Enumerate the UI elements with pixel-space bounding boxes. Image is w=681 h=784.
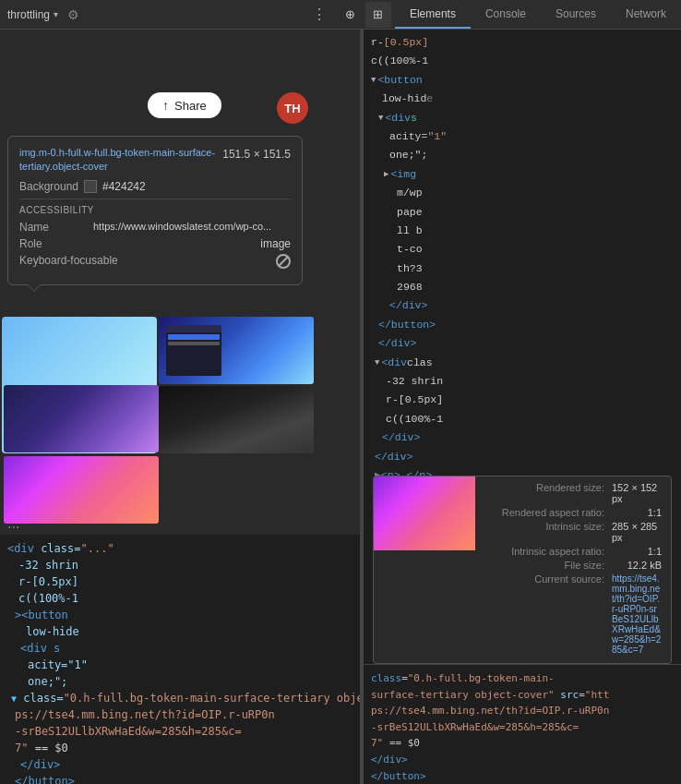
avatar: TH xyxy=(277,92,308,124)
thumbnail-group xyxy=(159,317,314,453)
thumbnails-area xyxy=(0,315,360,525)
expand-arrow-icon[interactable]: ▼ xyxy=(371,74,376,87)
tree-line: low-hide xyxy=(371,90,674,108)
tree-line: acity="1" xyxy=(371,127,674,146)
color-value: #424242 xyxy=(102,180,146,193)
tree-line: m/wp xyxy=(371,184,674,202)
dom-selected-line-4: 7" == $0 xyxy=(7,740,352,756)
styles-line: surface-tertiary object-cover" src="htt xyxy=(371,687,674,704)
image-info-body: Rendered size: 152 × 152 px Rendered asp… xyxy=(475,476,671,663)
tree-line: r-[0.5px] xyxy=(371,33,674,52)
accessibility-name-row: Name https://www.windowslatest.com/wp-co… xyxy=(19,221,291,234)
file-size-value: 12.2 kB xyxy=(627,560,662,571)
tree-line: 2968 xyxy=(371,278,674,296)
dom-line: acity="1" xyxy=(7,657,352,673)
settings-icon[interactable]: ⚙ xyxy=(67,7,79,22)
device-toggle-button[interactable]: ⊞ xyxy=(365,2,391,28)
devtools-tabs: Elements Console Sources Network xyxy=(395,0,681,29)
tree-line: </div> xyxy=(371,428,674,447)
dom-line: <div s xyxy=(7,640,352,657)
inspect-element-button[interactable]: ⊕ xyxy=(338,2,364,28)
expand-arrow-icon[interactable]: ▼ xyxy=(371,356,379,369)
image-info-tooltip: Rendered size: 152 × 152 px Rendered asp… xyxy=(373,476,672,664)
tree-line: th?3 xyxy=(371,259,674,278)
tree-line: ▼ <div s xyxy=(371,109,674,127)
throttling-label: throttling xyxy=(7,8,50,21)
more-options-button[interactable]: ⋮ xyxy=(305,6,334,23)
accessibility-keyboard-row: Keyboard-focusable xyxy=(19,254,291,271)
role-label: Role xyxy=(19,237,93,250)
image-preview xyxy=(374,476,475,550)
dom-line: r-[0.5px] xyxy=(7,573,352,590)
rendered-size-row: Rendered size: 152 × 152 px xyxy=(484,482,662,504)
accessibility-header: ACCESSIBILITY xyxy=(19,205,291,215)
rendered-size-value: 152 × 152 px xyxy=(612,482,662,504)
styles-line: </button> xyxy=(371,768,674,784)
tooltip-background-row: Background #424242 xyxy=(19,180,291,193)
tree-line: c((100%-1 xyxy=(371,52,674,70)
name-value: https://www.windowslatest.com/wp-co... xyxy=(93,221,291,234)
styles-line: class="0.h-full.bg-token-main- xyxy=(371,670,674,687)
element-tooltip: img.m-0.h-full.w-full.bg-token-main-surf… xyxy=(7,136,303,285)
share-button[interactable]: ↑ Share xyxy=(148,92,221,118)
image-tooltip-header: Rendered size: 152 × 152 px Rendered asp… xyxy=(374,476,671,663)
intrinsic-size-label: Intrinsic size: xyxy=(484,521,604,543)
tree-line: </div> xyxy=(371,334,674,353)
expand-arrow-icon[interactable]: ▼ xyxy=(371,112,383,125)
background-label: Background xyxy=(19,180,84,193)
blocked-circle-icon xyxy=(276,254,291,269)
tooltip-dimensions: 151.5 × 151.5 xyxy=(222,148,291,161)
tree-line: </div> xyxy=(371,448,674,466)
devtools-right-content: r-[0.5px] c((100%-1 ▼ <button low-hide ▼… xyxy=(364,30,681,784)
top-bar: throttling ▾ ⚙ ⋮ ⊕ ⊞ Elements Console So… xyxy=(0,0,681,30)
file-size-label: File size: xyxy=(484,560,604,571)
tab-network[interactable]: Network xyxy=(611,0,681,29)
tree-line: ll b xyxy=(371,222,674,240)
rendered-aspect-label: Rendered aspect ratio: xyxy=(484,507,604,518)
current-source-label: Current source: xyxy=(484,573,604,655)
tab-console[interactable]: Console xyxy=(471,0,541,29)
styles-panel: class="0.h-full.bg-token-main- surface-t… xyxy=(364,664,681,784)
intrinsic-aspect-row: Intrinsic aspect ratio: 1:1 xyxy=(484,546,662,557)
dom-selected-line-2: ps://tse4.mm.bing.net/th?id=OIP.r-uRP0n xyxy=(7,706,352,723)
keyboard-label: Keyboard-focusable xyxy=(19,254,118,271)
file-size-row: File size: 12.2 kB xyxy=(484,560,662,571)
current-source-row: Current source: https://tse4.mm.bing.net… xyxy=(484,573,662,655)
main-layout: ↑ Share TH img.m-0.h-full.w-full.bg-toke… xyxy=(0,30,681,784)
dom-line: c((100%-1 xyxy=(7,590,352,607)
styles-line: </div> xyxy=(371,752,674,768)
tree-line: r-[0.5px] xyxy=(371,391,674,409)
thumbnail-small-1 xyxy=(159,317,314,384)
tab-elements[interactable]: Elements xyxy=(395,0,471,29)
dom-selected-line[interactable]: ▼ class="0.h-full.bg-token-main-surface-… xyxy=(7,690,352,706)
thumbnail-small-2 xyxy=(159,386,314,453)
tree-line: ▼ <button xyxy=(371,71,674,90)
tree-line: t-co xyxy=(371,240,674,259)
dom-line: </div> xyxy=(7,756,352,773)
tree-line: ▼ <div clas xyxy=(371,354,674,372)
rendered-aspect-value: 1:1 xyxy=(648,507,662,518)
tree-line: pape xyxy=(371,203,674,222)
throttling-section: throttling ▾ ⚙ xyxy=(0,7,87,22)
current-source-value: https://tse4.mm.bing.net/th?id=OIP.r-uRP… xyxy=(612,573,662,655)
right-panel: r-[0.5px] c((100%-1 ▼ <button low-hide ▼… xyxy=(364,30,681,784)
styles-line: -srBeS12ULlbXRwHaEd&w=285&h=285&c= xyxy=(371,719,674,736)
devtools-toolbar: ⊕ ⊞ xyxy=(334,2,395,28)
tooltip-element-title: img.m-0.h-full.w-full.bg-token-main-surf… xyxy=(19,146,215,175)
thumbnail-group-2 xyxy=(4,385,159,524)
dom-line: one;"; xyxy=(7,673,352,690)
rendered-aspect-row: Rendered aspect ratio: 1:1 xyxy=(484,507,662,518)
tab-sources[interactable]: Sources xyxy=(541,0,611,29)
dom-line: </button> xyxy=(7,773,352,784)
styles-line: 7" == $0 xyxy=(371,735,674,752)
dom-line: ><button xyxy=(7,607,352,623)
styles-class-attr: class xyxy=(371,672,401,684)
tree-line: c((100%-1 xyxy=(371,410,674,428)
intrinsic-size-row: Intrinsic size: 285 × 285 px xyxy=(484,521,662,543)
chevron-down-icon[interactable]: ▾ xyxy=(54,9,58,19)
intrinsic-size-value: 285 × 285 px xyxy=(612,521,662,543)
role-value: image xyxy=(260,237,291,250)
thumbnail-small-3 xyxy=(4,385,159,452)
dom-tree-panel: <div class="..." -32 shrin r-[0.5px] c((… xyxy=(0,535,360,784)
expand-arrow-icon[interactable]: ▶ xyxy=(371,168,388,181)
